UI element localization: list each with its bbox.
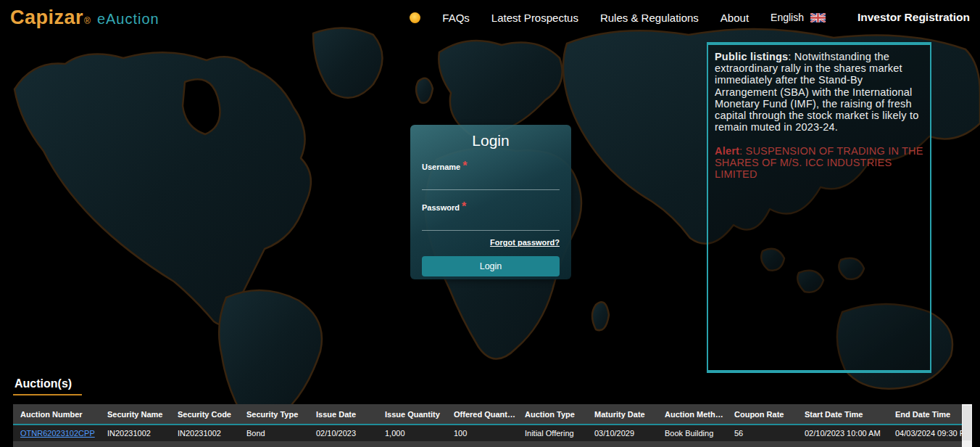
nav-item-rules-regulations[interactable]: Rules & Regulations — [600, 12, 699, 24]
theme-toggle-sun-icon[interactable] — [410, 12, 420, 23]
col-header-security-name[interactable]: Security Name — [100, 404, 170, 425]
app-logo[interactable]: Capizar® eAuction — [10, 7, 159, 29]
auction-number-link[interactable]: OTNR62023102CPP — [20, 429, 95, 438]
cell-end-date-time: 04/03/2024 09:30 PM — [888, 425, 962, 441]
username-input[interactable] — [422, 173, 560, 190]
username-label: Username — [422, 163, 460, 171]
username-required-marker: * — [462, 160, 467, 172]
cell-auction-type: Initial Offering — [518, 425, 587, 441]
alert-paragraph: Alert: SUSPENSION OF TRADING IN THE SHAR… — [715, 145, 923, 181]
top-navigation-bar: Capizar® eAuction FAQs Latest Prospectus… — [0, 0, 980, 35]
col-header-auction-number[interactable]: Auction Number — [13, 404, 100, 425]
nav-item-latest-prospectus[interactable]: Latest Prospectus — [491, 12, 578, 24]
col-header-auction-type[interactable]: Auction Type — [518, 404, 587, 425]
public-listings-announcement-box: Public listings: Notwithstanding the ext… — [707, 42, 931, 373]
auctions-table: Auction Number Security Name Security Co… — [13, 404, 962, 441]
alert-text: : SUSPENSION OF TRADING IN THE SHARES OF… — [715, 145, 923, 180]
brand-product-name: eAuction — [97, 11, 159, 28]
login-title: Login — [422, 132, 560, 149]
registered-trademark: ® — [84, 16, 91, 26]
table-row: OTNR62023102CPP IN20231002 IN20231002 Bo… — [13, 425, 962, 441]
alert-label: Alert — [715, 145, 739, 157]
password-input[interactable] — [422, 213, 560, 231]
auctions-heading: Auction(s) — [13, 377, 82, 395]
main-nav: FAQs Latest Prospectus Rules & Regulatio… — [410, 11, 970, 24]
scrollbar-thumb[interactable] — [963, 406, 971, 440]
table-next-row-strip — [13, 441, 962, 447]
username-field-group: Username* — [422, 160, 560, 190]
col-header-security-code[interactable]: Security Code — [170, 404, 239, 425]
cell-start-date-time: 02/10/2023 10:00 AM — [797, 425, 888, 441]
cell-issue-date: 02/10/2023 — [309, 425, 378, 441]
col-header-issue-quantity[interactable]: Issue Quantity — [378, 404, 447, 425]
cell-coupon-rate: 56 — [727, 425, 797, 441]
brand-name: Capizar — [10, 7, 83, 29]
public-listings-paragraph: Public listings: Notwithstanding the ext… — [715, 51, 923, 134]
nav-item-about[interactable]: About — [721, 12, 749, 24]
forgot-password-link[interactable]: Forgot password? — [422, 238, 560, 247]
public-listings-text: : Notwithstanding the extraordinary rall… — [715, 51, 918, 133]
cell-auction-number: OTNR62023102CPP — [13, 425, 100, 441]
password-field-group: Password* — [422, 200, 560, 231]
cell-security-code: IN20231002 — [170, 425, 239, 441]
login-button[interactable]: Login — [422, 256, 560, 276]
login-panel: Login Username* Password* Forgot passwor… — [410, 125, 571, 279]
password-required-marker: * — [462, 200, 466, 213]
col-header-end-date-time[interactable]: End Date Time — [888, 404, 962, 425]
auctions-table-container: Auction Number Security Name Security Co… — [13, 404, 972, 447]
cell-auction-method: Book Building — [657, 425, 727, 441]
public-listings-label: Public listings — [715, 51, 788, 62]
cell-issue-quantity: 1,000 — [378, 425, 447, 441]
language-label: English — [771, 12, 804, 23]
cell-security-name: IN20231002 — [100, 425, 170, 441]
investor-registration-link[interactable]: Investor Registration — [858, 11, 970, 24]
language-selector[interactable]: English — [771, 12, 826, 23]
uk-flag-icon — [810, 13, 826, 22]
table-header-row: Auction Number Security Name Security Co… — [13, 404, 962, 425]
col-header-start-date-time[interactable]: Start Date Time — [797, 404, 888, 425]
col-header-security-type[interactable]: Security Type — [239, 404, 309, 425]
col-header-issue-date[interactable]: Issue Date — [309, 404, 378, 425]
cell-maturity-date: 03/10/2029 — [587, 425, 657, 441]
col-header-auction-method[interactable]: Auction Meth… — [657, 404, 727, 425]
password-label: Password — [422, 203, 460, 212]
col-header-offered-quantity[interactable]: Offered Quant… — [447, 404, 518, 425]
col-header-coupon-rate[interactable]: Coupon Rate — [727, 404, 797, 425]
col-header-maturity-date[interactable]: Maturity Date — [587, 404, 657, 425]
cell-offered-quantity: 100 — [447, 425, 518, 441]
nav-item-faqs[interactable]: FAQs — [442, 12, 470, 24]
cell-security-type: Bond — [239, 425, 309, 441]
table-vertical-scrollbar[interactable] — [962, 404, 972, 447]
